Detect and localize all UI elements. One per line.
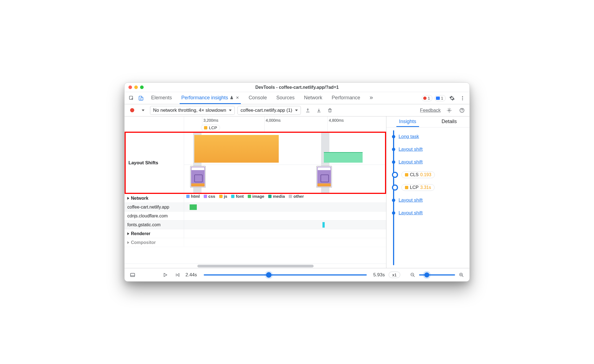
delete-icon[interactable]: [326, 106, 334, 115]
more-tabs-icon[interactable]: »: [368, 92, 375, 104]
network-row[interactable]: coffee-cart.netlify.app: [125, 203, 386, 212]
flask-icon: [230, 96, 234, 100]
lcp-color-icon: [204, 126, 207, 129]
error-count-badge[interactable]: 1: [422, 95, 432, 101]
insight-link[interactable]: Layout shift: [399, 210, 423, 216]
footer-bar: 2.44s 5.93s x1: [125, 268, 469, 281]
insights-tabs: Insights Details: [386, 116, 469, 128]
panel-settings-icon[interactable]: [445, 106, 453, 115]
ruler-tick: 4,000ms: [266, 118, 281, 123]
playback-speed[interactable]: x1: [389, 272, 400, 278]
ruler-tick: 4,800ms: [329, 118, 344, 123]
renderer-track-header[interactable]: Renderer: [125, 229, 386, 238]
filmstrip-thumbnail[interactable]: [190, 166, 206, 188]
inspect-element-icon[interactable]: [127, 94, 136, 102]
insight-link[interactable]: Layout shift: [399, 147, 423, 152]
mac-traffic-lights[interactable]: [128, 85, 144, 89]
zoom-in-icon[interactable]: [457, 271, 466, 279]
ruler-tick: 3,200ms: [203, 118, 218, 123]
record-menu-caret[interactable]: [139, 106, 147, 115]
throttling-select[interactable]: No network throttling, 4× slowdown: [150, 106, 235, 115]
skip-to-start-icon[interactable]: [173, 271, 182, 279]
issues-count-badge[interactable]: 1: [435, 95, 446, 101]
request-bar[interactable]: [190, 204, 197, 210]
insight-item[interactable]: Layout shift: [391, 156, 467, 168]
timeline-pane: 3,200ms 4,000ms 4,800ms LCP Layout Shift…: [125, 116, 386, 268]
tab-insights[interactable]: Insights: [396, 117, 419, 127]
svg-point-3: [462, 96, 463, 97]
layout-shift-bar[interactable]: [324, 152, 363, 163]
disclosure-icon: [127, 241, 129, 244]
insight-item[interactable]: Layout shift: [391, 207, 467, 219]
export-icon[interactable]: [304, 106, 312, 115]
insights-toolbar: No network throttling, 4× slowdown coffe…: [125, 104, 469, 116]
disclosure-icon: [127, 232, 129, 235]
play-icon[interactable]: [161, 271, 169, 279]
time-slider[interactable]: [204, 274, 367, 275]
insight-metric-lcp[interactable]: LCP 3.31s: [391, 181, 467, 194]
tab-details[interactable]: Details: [439, 117, 459, 127]
network-row[interactable]: cdnjs.cloudflare.com: [125, 212, 386, 220]
network-track-header[interactable]: Network html css js font image media oth…: [125, 194, 386, 203]
devtools-window: DevTools - coffee-cart.netlify.app/?ad=1…: [124, 82, 470, 282]
svg-rect-2: [141, 97, 143, 100]
start-time: 2.44s: [185, 272, 197, 278]
panel-tabs: Elements Performance insights ✕ Console …: [149, 92, 375, 104]
filmstrip-thumbnail[interactable]: [316, 166, 332, 188]
chevron-down-icon: [295, 110, 298, 111]
insight-link[interactable]: Long task: [399, 134, 419, 139]
tab-network[interactable]: Network: [302, 92, 324, 104]
network-legend: html css js font image media other: [184, 194, 386, 199]
insights-timeline[interactable]: Long task Layout shift Layout shift CLS …: [386, 128, 469, 268]
svg-point-8: [462, 111, 462, 112]
window-title: DevTools - coffee-cart.netlify.app/?ad=1: [125, 85, 469, 90]
tracks-container: Network html css js font image media oth…: [125, 194, 386, 264]
devtools-tabstrip: Elements Performance insights ✕ Console …: [125, 92, 469, 104]
minimize-window-icon[interactable]: [134, 85, 138, 89]
compositor-track-header[interactable]: Compositor: [125, 238, 386, 247]
svg-point-5: [462, 99, 463, 100]
chevron-down-icon: [229, 110, 232, 111]
settings-icon[interactable]: [448, 94, 456, 102]
toggle-drawer-icon[interactable]: [128, 271, 137, 279]
insight-metric-cls[interactable]: CLS 0.193: [391, 168, 467, 181]
tab-elements[interactable]: Elements: [149, 92, 174, 104]
error-icon: [423, 97, 427, 100]
record-icon: [130, 108, 134, 112]
time-ruler[interactable]: 3,200ms 4,000ms 4,800ms LCP: [125, 116, 386, 132]
tab-console[interactable]: Console: [247, 92, 268, 104]
insight-link[interactable]: Layout shift: [399, 197, 423, 203]
import-icon[interactable]: [315, 106, 323, 115]
help-icon[interactable]: [458, 106, 466, 115]
record-button[interactable]: [128, 106, 136, 115]
close-window-icon[interactable]: [128, 85, 132, 89]
layout-shifts-track[interactable]: Layout Shifts: [125, 132, 386, 194]
svg-rect-9: [131, 273, 135, 277]
zoom-out-icon[interactable]: [409, 271, 417, 279]
target-select[interactable]: coffee-cart.netlify.app (1): [237, 106, 301, 115]
insight-item[interactable]: Layout shift: [391, 143, 467, 156]
network-row[interactable]: fonts.gstatic.com: [125, 220, 386, 229]
tab-performance-insights[interactable]: Performance insights ✕: [180, 92, 241, 104]
horizontal-scrollbar[interactable]: [125, 264, 386, 268]
close-tab-icon[interactable]: ✕: [236, 95, 239, 100]
maximize-window-icon[interactable]: [140, 85, 144, 89]
insight-item[interactable]: Long task: [391, 130, 467, 143]
device-toggle-icon[interactable]: [137, 94, 145, 102]
tab-sources[interactable]: Sources: [275, 92, 296, 104]
svg-point-4: [462, 98, 463, 98]
layout-shift-bar[interactable]: [194, 135, 279, 163]
titlebar: DevTools - coffee-cart.netlify.app/?ad=1: [125, 83, 469, 92]
zoom-slider[interactable]: [419, 274, 455, 275]
insight-item[interactable]: Layout shift: [391, 194, 467, 207]
request-bar[interactable]: [322, 222, 325, 228]
feedback-link[interactable]: Feedback: [420, 108, 441, 113]
lcp-marker-chip[interactable]: LCP: [201, 125, 220, 131]
tab-performance[interactable]: Performance: [330, 92, 362, 104]
end-time: 5.93s: [373, 272, 385, 278]
kebab-menu-icon[interactable]: [458, 94, 467, 102]
insight-link[interactable]: Layout shift: [399, 159, 423, 165]
svg-point-6: [449, 110, 450, 111]
insights-panel: Insights Details Long task Layout shift …: [386, 116, 469, 268]
main-area: 3,200ms 4,000ms 4,800ms LCP Layout Shift…: [125, 116, 469, 268]
